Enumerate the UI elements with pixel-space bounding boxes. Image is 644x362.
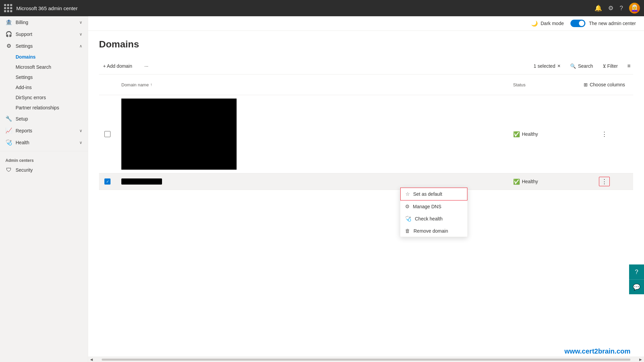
clear-selection-button[interactable]: ✕ [557,64,561,68]
sort-icon: ≡ [627,63,630,69]
help-float-button[interactable]: ? [629,264,644,279]
col-header-domain[interactable]: Domain name ↑ [116,74,508,95]
main-header: 🌙 Dark mode The new admin center [88,16,644,31]
more-button[interactable]: ··· [140,61,153,71]
sidebar-item-partner[interactable]: Partner relationships [0,103,88,113]
topbar: Microsoft 365 admin center 🔔 ⚙ ? 👩‍🦳 [0,0,644,16]
avatar[interactable]: 👩‍🦳 [629,3,640,14]
float-buttons: ? 💬 [629,264,644,294]
sidebar-item-dirsync[interactable]: DirSync errors [0,92,88,103]
sidebar-item-microsoft-search[interactable]: Microsoft Search [0,62,88,72]
health-icon: 🩺 [5,139,12,146]
check-health-label: Check health [415,216,443,221]
row1-domain [116,95,508,173]
manage-dns-label: Manage DNS [413,204,441,209]
domains-label: Domains [16,54,36,60]
row2-checkbox[interactable]: ✓ [99,173,116,190]
redacted-domain-block [121,99,237,170]
sidebar-item-settings[interactable]: ⚙ Settings ∧ [0,40,88,52]
reports-label: Reports [16,128,32,133]
sort-arrow-icon: ↑ [150,82,152,87]
row1-more-button[interactable]: ⋮ [599,130,609,139]
filter-icon: ⊻ [603,63,606,69]
manage-dns-menuitem[interactable]: ⚙ Manage DNS [400,200,467,213]
search-button[interactable]: 🔍 Search [567,62,596,70]
billing-chevron: ∨ [79,20,82,25]
new-admin-label: The new admin center [589,21,636,26]
sidebar-item-domains[interactable]: Domains [0,52,88,62]
support-icon: 🎧 [5,31,12,37]
status-label: Healthy [522,179,538,184]
bell-icon[interactable]: 🔔 [595,4,602,12]
heart-icon: 🩺 [405,216,411,222]
checked-checkbox[interactable]: ✓ [104,178,110,185]
sidebar-item-security[interactable]: 🛡 Security [0,164,88,176]
status-label: Healthy [522,131,538,137]
microsoft-search-label: Microsoft Search [16,64,51,70]
health-chevron: ∨ [79,140,82,145]
support-chevron: ∨ [79,32,82,37]
check-health-menuitem[interactable]: 🩺 Check health [400,213,467,225]
context-menu: ☆ Set as default ⚙ Manage DNS 🩺 Check he… [400,187,468,237]
topbar-icons: 🔔 ⚙ ? 👩‍🦳 [595,3,640,14]
security-icon: 🛡 [5,167,12,173]
setup-icon: 🔧 [5,115,12,122]
col-header-check [99,74,116,95]
reports-chevron: ∨ [79,128,82,133]
gear-icon[interactable]: ⚙ [608,4,613,12]
scrollbar-area[interactable]: ◀ ▶ [88,357,644,362]
health-label: Health [16,140,29,145]
settings-sub-label: Settings [16,74,33,80]
scrollbar-track[interactable] [102,359,630,361]
col-status-label: Status [513,82,526,87]
choose-cols-icon: ⊞ [584,82,588,87]
health-status-icon: ✅ [513,178,520,185]
choose-columns-button[interactable]: ⊞ Choose columns [581,81,628,89]
domains-table: Domain name ↑ Status ⊞ Choose colum [99,74,633,190]
sidebar-item-setup[interactable]: 🔧 Setup [0,113,88,125]
sort-button[interactable]: ≡ [625,62,633,70]
redacted-name-block [121,178,162,185]
dns-icon: ⚙ [405,204,409,210]
sidebar-item-addins[interactable]: Add-ins [0,82,88,92]
table-row: ✓ ✅ Healthy ⋮ [99,173,633,190]
add-domain-label: + Add domain [103,63,132,69]
admin-centers-section: Admin centers [0,154,88,164]
apps-grid-icon[interactable] [4,4,12,12]
new-admin-toggle[interactable]: The new admin center [570,20,636,27]
row1-checkbox[interactable] [99,95,116,173]
unchecked-checkbox[interactable] [104,131,110,137]
scroll-right-arrow[interactable]: ▶ [637,358,644,361]
row2-more-button[interactable]: ⋮ [599,177,610,186]
row1-status: ✅ Healthy [508,95,576,173]
sidebar-item-billing[interactable]: 🏦 Billing ∨ [0,16,88,28]
set-as-default-menuitem[interactable]: ☆ Set as default [400,188,467,200]
remove-domain-label: Remove domain [414,228,448,234]
dirsync-label: DirSync errors [16,95,46,100]
choose-cols-label: Choose columns [590,82,625,87]
row2-actions: ⋮ [576,173,633,190]
set-as-default-label: Set as default [413,191,442,197]
watermark: www.cert2brain.com [564,347,630,355]
sidebar-item-settings-sub[interactable]: Settings [0,72,88,82]
help-icon[interactable]: ? [620,5,623,12]
partner-label: Partner relationships [16,105,59,110]
filter-button[interactable]: ⊻ Filter [600,62,621,70]
toggle-switch[interactable] [570,20,585,27]
search-label: Search [578,63,593,69]
setup-label: Setup [16,116,28,122]
settings-label: Settings [16,43,33,49]
selected-badge: 1 selected ✕ [534,63,561,69]
app-title: Microsoft 365 admin center [16,5,590,11]
remove-domain-menuitem[interactable]: 🗑 Remove domain [400,225,467,237]
sidebar-item-support[interactable]: 🎧 Support ∨ [0,28,88,40]
add-domain-button[interactable]: + Add domain [99,61,136,71]
sidebar-item-reports[interactable]: 📈 Reports ∨ [0,125,88,136]
dark-mode-toggle[interactable]: 🌙 Dark mode [531,20,564,27]
security-label: Security [16,167,33,173]
scroll-left-arrow[interactable]: ◀ [88,358,95,361]
moon-icon: 🌙 [531,20,538,27]
sidebar-item-health[interactable]: 🩺 Health ∨ [0,136,88,148]
row2-status: ✅ Healthy [508,173,576,190]
chat-float-button[interactable]: 💬 [629,279,644,294]
